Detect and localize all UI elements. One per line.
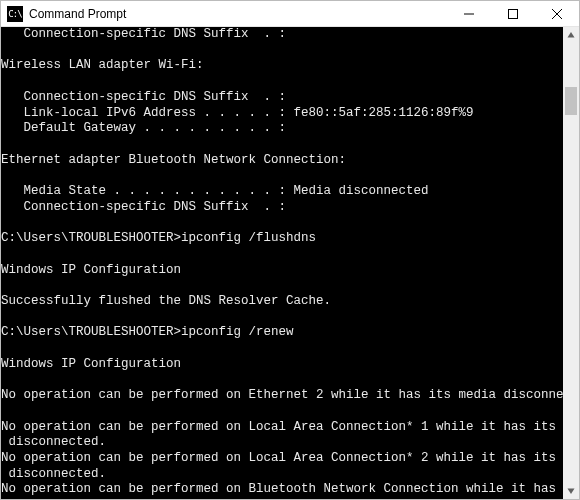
terminal-line bbox=[1, 74, 563, 90]
terminal-line: Windows IP Configuration bbox=[1, 357, 563, 373]
terminal-line bbox=[1, 247, 563, 263]
terminal-line bbox=[1, 215, 563, 231]
vertical-scrollbar[interactable] bbox=[563, 27, 579, 499]
terminal-line: disconnected. bbox=[1, 467, 563, 483]
chevron-down-icon bbox=[567, 487, 575, 495]
terminal-line bbox=[1, 341, 563, 357]
close-icon bbox=[552, 9, 562, 19]
terminal-line: No operation can be performed on Bluetoo… bbox=[1, 482, 563, 498]
maximize-button[interactable] bbox=[491, 1, 535, 27]
terminal-line: No operation can be performed on Etherne… bbox=[1, 388, 563, 404]
command-prompt-window: C:\ Command Prompt Connection-specific D… bbox=[0, 0, 580, 500]
terminal-line bbox=[1, 404, 563, 420]
terminal-line bbox=[1, 137, 563, 153]
terminal-line bbox=[1, 43, 563, 59]
minimize-icon bbox=[464, 9, 474, 19]
terminal-line: Ethernet adapter Bluetooth Network Conne… bbox=[1, 153, 563, 169]
svg-marker-4 bbox=[568, 32, 575, 38]
terminal-line bbox=[1, 278, 563, 294]
terminal-line: Link-local IPv6 Address . . . . . : fe80… bbox=[1, 106, 563, 122]
cmd-icon: C:\ bbox=[7, 6, 23, 22]
scroll-thumb[interactable] bbox=[565, 87, 577, 115]
terminal-line: Connection-specific DNS Suffix . : bbox=[1, 90, 563, 106]
svg-rect-1 bbox=[509, 9, 518, 18]
terminal-line: No operation can be performed on Local A… bbox=[1, 451, 563, 467]
client-area: Connection-specific DNS Suffix . : Wirel… bbox=[1, 27, 579, 499]
titlebar[interactable]: C:\ Command Prompt bbox=[1, 1, 579, 27]
terminal-line: Connection-specific DNS Suffix . : bbox=[1, 200, 563, 216]
terminal-line: Media State . . . . . . . . . . . : Medi… bbox=[1, 184, 563, 200]
terminal-line: disconnected. bbox=[1, 435, 563, 451]
scroll-down-button[interactable] bbox=[563, 483, 579, 499]
terminal-line bbox=[1, 372, 563, 388]
scroll-up-button[interactable] bbox=[563, 27, 579, 43]
close-button[interactable] bbox=[535, 1, 579, 27]
terminal-line: Wireless LAN adapter Wi-Fi: bbox=[1, 58, 563, 74]
terminal-line bbox=[1, 168, 563, 184]
maximize-icon bbox=[508, 9, 518, 19]
terminal-line: C:\Users\TROUBLESHOOTER>ipconfig /flushd… bbox=[1, 231, 563, 247]
terminal-line: Windows IP Configuration bbox=[1, 263, 563, 279]
terminal-line: Default Gateway . . . . . . . . . : bbox=[1, 121, 563, 137]
window-title: Command Prompt bbox=[29, 7, 447, 21]
minimize-button[interactable] bbox=[447, 1, 491, 27]
terminal-line: C:\Users\TROUBLESHOOTER>ipconfig /renew bbox=[1, 325, 563, 341]
terminal-line: Connection-specific DNS Suffix . : bbox=[1, 27, 563, 43]
scroll-track[interactable] bbox=[563, 43, 579, 483]
terminal-line: No operation can be performed on Local A… bbox=[1, 420, 563, 436]
terminal-output[interactable]: Connection-specific DNS Suffix . : Wirel… bbox=[1, 27, 563, 499]
terminal-line: Successfully flushed the DNS Resolver Ca… bbox=[1, 294, 563, 310]
chevron-up-icon bbox=[567, 31, 575, 39]
svg-marker-5 bbox=[568, 489, 575, 495]
terminal-line bbox=[1, 310, 563, 326]
